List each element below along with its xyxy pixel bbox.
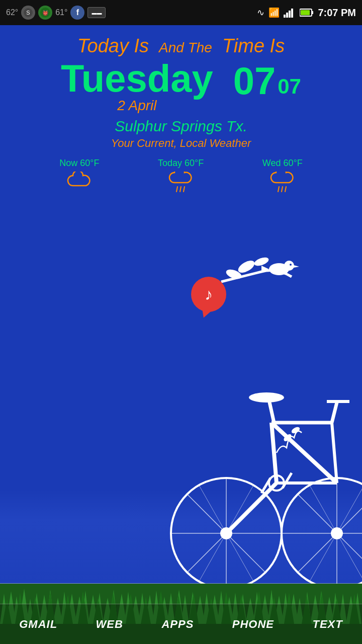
- svg-text:S: S: [27, 10, 30, 16]
- svg-line-16: [285, 187, 286, 192]
- status-temp2: 61°: [55, 8, 67, 17]
- svg-marker-22: [294, 265, 299, 268]
- svg-point-40: [331, 527, 343, 539]
- forecast-today: Today 60°F: [158, 158, 204, 197]
- dock-item-web[interactable]: WEB: [96, 618, 123, 631]
- wifi-icon: 📶: [268, 7, 280, 18]
- forecast-wed: Wed 60°F: [262, 158, 303, 197]
- svg-line-47: [269, 400, 274, 423]
- svg-rect-6: [289, 11, 291, 18]
- time-is-label: Time Is: [222, 35, 285, 57]
- svg-rect-5: [286, 13, 288, 18]
- dock-item-apps[interactable]: APPS: [161, 618, 194, 631]
- forecast-now: Now 60°F: [59, 158, 99, 197]
- divider-line: [0, 583, 362, 584]
- day-column: Tuesday 2 April: [61, 59, 213, 114]
- facebook-icon: f: [70, 6, 84, 20]
- signal-icon: [284, 8, 296, 18]
- music-note-icon: ♪: [205, 285, 213, 304]
- weather-forecasts: Now 60°F Today 60°F: [20, 158, 342, 197]
- and-the-label: And The: [159, 36, 212, 56]
- bottom-dock: GMAIL WEB APPS PHONE TEXT: [0, 604, 362, 644]
- svg-line-42: [272, 423, 277, 483]
- svg-line-13: [184, 187, 185, 192]
- status-right: ∿ 📶 7:07 PM: [257, 7, 356, 19]
- forecast-now-icon: [67, 172, 92, 194]
- green-icon: 👹: [38, 6, 52, 20]
- status-time: 7:07 PM: [318, 7, 356, 19]
- main-content: Today Is And The Time Is Tuesday 2 April…: [0, 25, 362, 644]
- bluetooth-icon: ∿: [257, 7, 264, 18]
- day-name: Tuesday: [61, 59, 213, 98]
- svg-rect-9: [312, 11, 313, 14]
- widget-header: Today Is And The Time Is: [20, 35, 342, 57]
- svg-point-48: [249, 392, 284, 403]
- bicycle-scene: [161, 252, 362, 604]
- svg-text:👹: 👹: [42, 10, 49, 16]
- snake-icon: S: [21, 6, 35, 20]
- status-bar: 62° S 👹 61° f ▬▬ ∿ 📶: [0, 0, 362, 25]
- svg-rect-10: [301, 10, 310, 15]
- svg-line-14: [278, 187, 279, 192]
- forecast-wed-icon: [270, 172, 295, 197]
- svg-line-15: [282, 187, 283, 192]
- svg-line-49: [332, 403, 337, 423]
- svg-line-46: [332, 423, 337, 483]
- svg-point-24: [290, 264, 292, 266]
- location-name: Sulphur Springs Tx.: [20, 118, 342, 135]
- svg-line-41: [226, 483, 277, 533]
- time-hour-text: 07: [233, 62, 276, 100]
- svg-rect-4: [284, 15, 286, 18]
- svg-rect-7: [291, 9, 293, 18]
- forecast-wed-label: Wed 60°F: [262, 158, 303, 169]
- day-time-row: Tuesday 2 April 07 07: [20, 59, 342, 114]
- svg-line-44: [272, 423, 337, 483]
- forecast-now-label: Now 60°F: [59, 158, 99, 169]
- bicycle-svg: [161, 252, 362, 604]
- svg-line-12: [180, 187, 181, 192]
- forecast-today-icon: [168, 172, 194, 197]
- today-label: Today Is: [77, 35, 149, 57]
- time-column: 07 07: [233, 59, 301, 100]
- svg-point-21: [284, 261, 294, 271]
- dock-item-text[interactable]: TEXT: [313, 618, 343, 631]
- message-icon: ▬▬: [87, 7, 106, 18]
- weather-subtitle: Your Current, Local Weather: [20, 137, 342, 150]
- status-left: 62° S 👹 61° f ▬▬: [6, 6, 106, 20]
- forecast-today-label: Today 60°F: [158, 158, 204, 169]
- weather-widget: Today Is And The Time Is Tuesday 2 April…: [0, 25, 362, 202]
- battery-icon: [300, 8, 314, 17]
- time-hour-display: 07 07: [233, 62, 301, 100]
- day-date: 2 April: [61, 98, 213, 114]
- music-bubble[interactable]: ♪: [191, 277, 226, 312]
- dock-item-gmail[interactable]: GMAIL: [19, 618, 57, 631]
- dock-item-phone[interactable]: PHONE: [232, 618, 274, 631]
- svg-line-11: [176, 187, 177, 192]
- status-temp1: 62°: [6, 8, 18, 17]
- time-minute-text: 07: [278, 76, 301, 97]
